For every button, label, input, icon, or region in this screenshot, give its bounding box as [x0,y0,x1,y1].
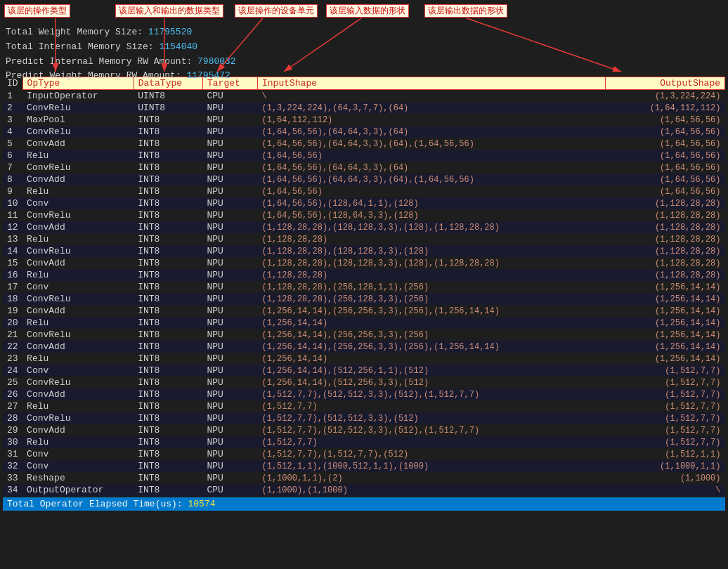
cell-outputshape: (1,128,28,28) [606,233,725,245]
cell-datatype: INT8 [134,293,202,305]
cell-outputshape: (1,256,14,14) [606,341,725,353]
cell-id: 21 [3,329,22,341]
cell-target: NPU [203,388,258,400]
cell-id: 15 [3,257,22,269]
cell-id: 10 [3,197,22,209]
cell-target: CPU [203,90,258,103]
cell-id: 19 [3,305,22,317]
svg-line-4 [284,18,361,72]
cell-outputshape: (1,128,28,28) [606,245,725,257]
table-row: 12ConvAddINT8NPU(1,128,28,28),(128,128,3… [3,221,725,233]
cell-outputshape: (1,256,14,14) [606,317,725,329]
table-row: 22ConvAddINT8NPU(1,256,14,14),(256,256,3… [3,341,725,353]
cell-target: NPU [203,365,258,377]
cell-datatype: INT8 [134,341,202,353]
table-row: 33ReshapeINT8NPU(1,1000,1,1),(2)(1,1000) [3,472,725,484]
cell-target: NPU [203,412,258,424]
cell-inputshape: (1,64,56,56) [257,150,605,162]
cell-inputshape: (1,64,56,56),(128,64,3,3),(128) [257,209,605,221]
cell-id: 27 [3,400,22,412]
cell-outputshape: (1,128,28,28) [606,221,725,233]
cell-id: 16 [3,269,22,281]
cell-inputshape: (1,128,28,28),(256,128,1,1),(256) [257,281,605,293]
cell-target: NPU [203,209,258,221]
cell-datatype: INT8 [134,400,202,412]
mem-w-val: 11795520 [148,27,192,37]
cell-id: 2 [3,102,22,114]
cell-id: 29 [3,424,22,436]
memory-info: Total Weight Memory Size: 11795520 Total… [4,24,236,84]
cell-id: 12 [3,221,22,233]
table-row: 8ConvAddINT8NPU(1,64,56,56),(64,64,3,3),… [3,174,725,185]
predict-i-label: Predict Internal Memory RW Amount: [6,56,197,67]
cell-outputshape: (1,512,7,7) [606,424,725,436]
cell-optype: ConvAdd [22,221,134,233]
annotation-area: 该层的操作类型 该层输入和输出的数据类型 该层操作的设备单元 该层输入数据的形状… [3,3,725,77]
table-row: 14ConvReluINT8NPU(1,128,28,28),(128,128,… [3,245,725,257]
cell-outputshape: \ [606,484,725,496]
cell-datatype: INT8 [134,162,202,174]
cell-id: 20 [3,317,22,329]
cell-outputshape: (1,3,224,224) [606,90,725,103]
table-row: 34OutputOperatorINT8CPU(1,1000),(1,1000)… [3,484,725,496]
cell-inputshape: (1,256,14,14),(512,256,3,3),(512) [257,377,605,388]
cell-id: 4 [3,126,22,138]
cell-outputshape: (1,512,7,7) [606,412,725,424]
cell-optype: ConvAdd [22,341,134,353]
table-row: 20ReluINT8NPU(1,256,14,14)(1,256,14,14) [3,317,725,329]
cell-target: CPU [203,484,258,496]
predict-w-val: 11795472 [186,70,230,81]
cell-target: NPU [203,281,258,293]
cell-inputshape: (1,128,28,28) [257,269,605,281]
cell-inputshape: (1,256,14,14),(256,256,3,3),(256) [257,329,605,341]
footer-value: 10574 [188,499,215,509]
table-row: 15ConvAddINT8NPU(1,128,28,28),(128,128,3… [3,257,725,269]
cell-inputshape: (1,64,56,56),(64,64,3,3),(64) [257,162,605,174]
cell-outputshape: (1,256,14,14) [606,305,725,317]
cell-inputshape: (1,64,56,56),(128,64,1,1),(128) [257,197,605,209]
cell-datatype: INT8 [134,484,202,496]
cell-optype: ConvRelu [22,377,134,388]
table-body: 1InputOperatorUINT8CPU\(1,3,224,224)2Con… [3,90,725,497]
ann-box-3: 该层操作的设备单元 [235,4,318,18]
cell-target: NPU [203,436,258,448]
cell-optype: Relu [22,436,134,448]
cell-optype: Relu [22,150,134,162]
cell-target: NPU [203,448,258,460]
cell-target: NPU [203,460,258,472]
predict-w-label: Predict Weight Memory RW Amount: [6,70,186,81]
cell-datatype: INT8 [134,114,202,126]
ann-box-4: 该层输入数据的形状 [326,4,409,18]
table-row: 30ReluINT8NPU(1,512,7,7)(1,512,7,7) [3,436,725,448]
cell-outputshape: (1,256,14,14) [606,353,725,365]
cell-optype: ConvAdd [22,174,134,185]
cell-id: 11 [3,209,22,221]
cell-inputshape: (1,64,56,56),(64,64,3,3),(64),(1,64,56,5… [257,138,605,150]
cell-outputshape: (1,512,7,7) [606,365,725,377]
cell-id: 6 [3,150,22,162]
cell-optype: ConvAdd [22,424,134,436]
table-row: 1InputOperatorUINT8CPU\(1,3,224,224) [3,90,725,103]
cell-datatype: INT8 [134,353,202,365]
mem-w-label: Total Weight Memory Size: [6,27,148,37]
layer-table: ID OpType DataType Target InputShape Out… [3,77,725,496]
table-row: 6ReluINT8NPU(1,64,56,56)(1,64,56,56) [3,150,725,162]
cell-datatype: INT8 [134,138,202,150]
cell-id: 8 [3,174,22,185]
cell-inputshape: (1,128,28,28) [257,233,605,245]
ann-box-5: 该层输出数据的形状 [424,4,507,18]
cell-inputshape: (1,1000,1,1),(2) [257,472,605,484]
cell-target: NPU [203,424,258,436]
cell-outputshape: (1,512,7,7) [606,436,725,448]
cell-inputshape: (1,512,7,7),(512,512,3,3),(512) [257,412,605,424]
cell-id: 18 [3,293,22,305]
table-row: 2ConvReluUINT8NPU(1,3,224,224),(64,3,7,7… [3,102,725,114]
table-row: 23ReluINT8NPU(1,256,14,14)(1,256,14,14) [3,353,725,365]
cell-outputshape: (1,64,56,56) [606,162,725,174]
cell-target: NPU [203,126,258,138]
cell-target: NPU [203,138,258,150]
cell-datatype: INT8 [134,424,202,436]
cell-target: NPU [203,472,258,484]
cell-inputshape: (1,256,14,14) [257,317,605,329]
table-row: 5ConvAddINT8NPU(1,64,56,56),(64,64,3,3),… [3,138,725,150]
